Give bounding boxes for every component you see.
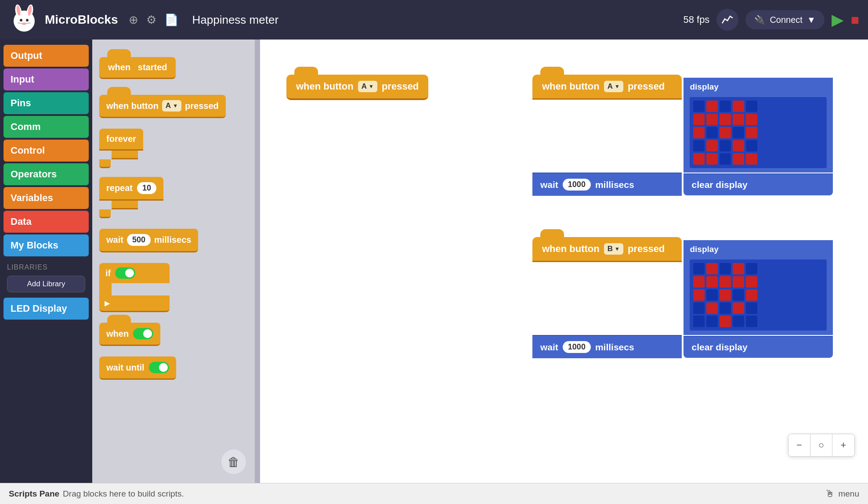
led-cell[interactable] <box>733 276 744 288</box>
connect-button[interactable]: 🔌 Connect ▼ <box>745 10 824 29</box>
sr1-button-dropdown[interactable]: A ▼ <box>604 81 623 92</box>
play-button[interactable]: ▶ <box>832 11 844 29</box>
sr1-display-block[interactable]: display <box>684 78 833 173</box>
add-library-button[interactable]: Add Library <box>7 276 85 292</box>
led-cell[interactable] <box>720 101 731 112</box>
palette-repeat[interactable]: repeat 10 <box>99 177 248 218</box>
wait-value[interactable]: 500 <box>127 234 151 246</box>
sidebar-item-led[interactable]: LED Display <box>4 298 89 320</box>
sidebar-item-pins[interactable]: Pins <box>4 92 89 114</box>
led-cell[interactable] <box>746 263 757 274</box>
graph-icon[interactable] <box>716 9 738 31</box>
led-cell[interactable] <box>706 276 718 288</box>
led-cell[interactable] <box>693 276 705 288</box>
led-cell[interactable] <box>706 263 718 274</box>
led-cell[interactable] <box>746 289 757 301</box>
led-cell[interactable] <box>706 153 718 165</box>
led-cell[interactable] <box>706 114 718 125</box>
led-cell[interactable] <box>733 316 744 327</box>
led-cell[interactable] <box>733 140 744 151</box>
led-cell[interactable] <box>733 153 744 165</box>
led-cell[interactable] <box>720 316 731 327</box>
led-cell[interactable] <box>693 302 705 314</box>
globe-icon[interactable]: ⊕ <box>129 13 138 27</box>
led-cell[interactable] <box>720 153 731 165</box>
sr1-wait-value[interactable]: 1000 <box>563 179 591 191</box>
sidebar-item-variables[interactable]: Variables <box>4 187 89 209</box>
wait-until-toggle[interactable] <box>149 362 169 373</box>
led-cell[interactable] <box>746 127 757 138</box>
sr2-wait-value[interactable]: 1000 <box>563 341 591 353</box>
palette-wait[interactable]: wait 500 millisecs <box>99 229 248 252</box>
sidebar-item-comm[interactable]: Comm <box>4 116 89 138</box>
led-cell[interactable] <box>720 140 731 151</box>
led-cell[interactable] <box>706 140 718 151</box>
led-cell[interactable] <box>706 302 718 314</box>
palette-wait-until[interactable]: wait until <box>99 356 248 380</box>
palette-when-button-a[interactable]: when button A ▼ pressed <box>99 95 248 118</box>
trash-button[interactable]: 🗑 <box>221 450 246 474</box>
led-cell[interactable] <box>733 263 744 274</box>
script-right1-hat[interactable]: when button A ▼ pressed <box>532 75 682 100</box>
zoom-in-button[interactable]: + <box>832 434 854 456</box>
if-toggle[interactable] <box>115 267 135 279</box>
sr1-wait-block[interactable]: wait 1000 millisecs <box>532 173 682 196</box>
sidebar-item-control[interactable]: Control <box>4 140 89 162</box>
palette-forever[interactable]: forever <box>99 129 248 168</box>
palette-when[interactable]: when <box>99 323 248 346</box>
led-cell[interactable] <box>746 302 757 314</box>
menu-label[interactable]: menu <box>838 489 859 499</box>
led-cell[interactable] <box>720 289 731 301</box>
script-right2-hat[interactable]: when button B ▼ pressed <box>532 237 682 262</box>
led-cell[interactable] <box>693 263 705 274</box>
sidebar-item-operators[interactable]: Operators <box>4 163 89 185</box>
led-cell[interactable] <box>720 263 731 274</box>
led-cell[interactable] <box>746 114 757 125</box>
repeat-value[interactable]: 10 <box>137 182 156 194</box>
led-cell[interactable] <box>706 127 718 138</box>
led-cell[interactable] <box>693 101 705 112</box>
led-cell[interactable] <box>693 289 705 301</box>
sr2-display-block[interactable]: display <box>684 240 833 335</box>
if-expand-arrow[interactable]: ▶ <box>105 299 110 307</box>
gear-icon[interactable]: ⚙ <box>146 13 156 27</box>
script1-hat[interactable]: when button A ▼ pressed <box>286 75 428 100</box>
sidebar-item-data[interactable]: Data <box>4 211 89 233</box>
palette-if[interactable]: if ▶ <box>99 263 248 312</box>
led-cell[interactable] <box>733 101 744 112</box>
led-cell[interactable] <box>746 140 757 151</box>
sr2-button-dropdown[interactable]: B ▼ <box>604 243 623 255</box>
led-cell[interactable] <box>733 114 744 125</box>
led-cell[interactable] <box>746 276 757 288</box>
stop-button[interactable]: ■ <box>851 12 859 28</box>
when-toggle[interactable] <box>133 328 153 339</box>
led-cell[interactable] <box>733 289 744 301</box>
led-cell[interactable] <box>733 302 744 314</box>
zoom-reset-button[interactable]: ○ <box>810 434 832 456</box>
led-cell[interactable] <box>720 276 731 288</box>
script1-button-dropdown[interactable]: A ▼ <box>358 81 377 92</box>
led-cell[interactable] <box>693 127 705 138</box>
led-cell[interactable] <box>693 153 705 165</box>
zoom-out-button[interactable]: − <box>788 434 810 456</box>
led-cell[interactable] <box>706 101 718 112</box>
led-cell[interactable] <box>706 316 718 327</box>
palette-when-started[interactable]: when started <box>99 57 248 79</box>
button-a-dropdown[interactable]: A ▼ <box>162 100 181 112</box>
script-area[interactable]: when button A ▼ pressed when button A ▼ … <box>260 40 868 483</box>
led-cell[interactable] <box>720 302 731 314</box>
file-icon[interactable]: 📄 <box>164 13 178 27</box>
sr2-clear-block[interactable]: clear display <box>684 336 833 358</box>
sidebar-item-myblocks[interactable]: My Blocks <box>4 234 89 256</box>
led-cell[interactable] <box>720 114 731 125</box>
sr1-clear-block[interactable]: clear display <box>684 173 833 195</box>
led-cell[interactable] <box>706 289 718 301</box>
led-cell[interactable] <box>733 127 744 138</box>
sidebar-item-input[interactable]: Input <box>4 68 89 90</box>
led-cell[interactable] <box>720 127 731 138</box>
sr2-wait-block[interactable]: wait 1000 millisecs <box>532 335 682 358</box>
led-cell[interactable] <box>746 101 757 112</box>
led-cell[interactable] <box>693 140 705 151</box>
led-cell[interactable] <box>746 153 757 165</box>
led-cell[interactable] <box>746 316 757 327</box>
